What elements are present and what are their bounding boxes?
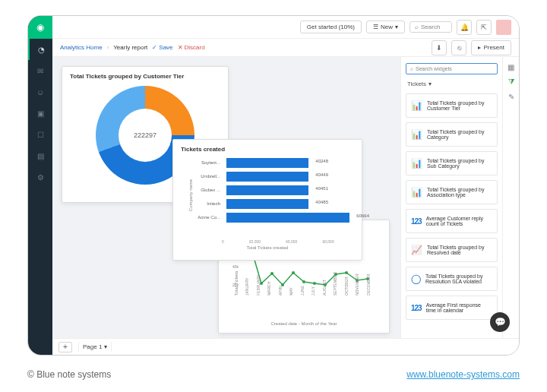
widget-item[interactable]: 📊Total Tickets grouped by Association ty… (406, 180, 498, 204)
present-button[interactable]: ▸ Present (471, 40, 511, 55)
ring-chart-icon: ◯ (411, 273, 421, 284)
bar-title: Tickets created (173, 140, 362, 156)
widget-item[interactable]: 📊Total Tickets grouped by Category (406, 122, 498, 147)
app-frame: ◉ ◔ ✉ ☺ ▣ ☐ ▤ ⚙ Get started (10%) ☰ New … (27, 15, 520, 356)
style-icon[interactable]: ✎ (508, 93, 514, 101)
dashboard-icon[interactable]: ◔ (28, 39, 52, 60)
line-chart-icon: 📈 (411, 245, 422, 255)
bar-chart-icon: 📊 (411, 100, 422, 111)
open-icon[interactable]: ⇱ (476, 20, 492, 35)
top-bar: Get started (10%) ☰ New ▾ ⌕Search 🔔 ⇱ (52, 16, 519, 39)
new-button[interactable]: ☰ New ▾ (366, 21, 405, 33)
widget-item[interactable]: ◯Total Tickets grouped by Resolution SLA… (406, 267, 498, 291)
svg-point-5 (270, 272, 274, 275)
share-icon[interactable]: ⎋ (451, 40, 466, 55)
chevron-down-icon: ▾ (104, 343, 107, 350)
number-icon: 123 (411, 304, 422, 312)
breadcrumb-current: Yearly report (113, 44, 147, 51)
svg-point-8 (302, 280, 305, 283)
widget-item[interactable]: 📊Total Tickets grouped by Customer Tier (406, 93, 498, 118)
contacts-icon[interactable]: ☺ (28, 81, 52, 103)
number-icon: 123 (411, 217, 422, 226)
widget-search[interactable]: ⌕Search widgets (406, 63, 498, 74)
site-link[interactable]: www.bluenote-systems.com (406, 369, 520, 380)
page-tab-1[interactable]: Page 1 ▾ (78, 342, 112, 352)
widget-panel: ⌕Search widgets Tickets ▾ 📊Total Tickets… (400, 57, 519, 338)
grid-icon[interactable]: ▤ (28, 145, 52, 166)
search-icon: ⌕ (415, 24, 419, 30)
bar-chart: Soylent...40248 Umbrell...40449 Globex .… (173, 156, 362, 239)
svg-point-9 (313, 282, 316, 285)
widget-item[interactable]: 📈Total Tickets grouped by Resolved date (406, 238, 498, 262)
bag-icon[interactable]: ☐ (28, 124, 52, 145)
svg-text:40k: 40k (232, 264, 239, 269)
donut-title: Total Tickets grouped by Customer Tier (62, 67, 228, 83)
widget-item[interactable]: 123Average First response time in calend… (406, 296, 498, 320)
book-icon[interactable]: ▣ (28, 103, 52, 124)
line-xticks: JANUARYFEBRUARYMARCH APRILMAYJUNE JULYAU… (219, 296, 389, 311)
layout-icon[interactable]: ▦ (507, 63, 514, 71)
bell-icon[interactable]: 🔔 (457, 20, 472, 35)
search-icon: ⌕ (410, 66, 413, 71)
bar-ylabel: Company name (188, 179, 193, 211)
chat-fab[interactable]: 💬 (490, 312, 510, 332)
widget-category[interactable]: Tickets ▾ (406, 79, 498, 89)
panel-tools: ▦ ⧩ ✎ (502, 57, 519, 338)
user-avatar[interactable] (496, 20, 511, 35)
left-sidebar: ◉ ◔ ✉ ☺ ▣ ☐ ▤ ⚙ (28, 16, 52, 356)
save-button[interactable]: ✓ Save (152, 44, 172, 51)
mail-icon[interactable]: ✉ (28, 60, 52, 81)
breadcrumb-bar: Analytics Home › Yearly report ✓ Save ✕ … (52, 39, 519, 57)
chevron-down-icon: ▾ (428, 81, 432, 87)
copyright: © Blue note systems (27, 369, 111, 380)
bar-chart-icon: 📊 (411, 129, 422, 140)
breadcrumb-home[interactable]: Analytics Home (60, 44, 103, 51)
bar-chart-icon: 📊 (411, 158, 422, 169)
page-tabs: + Page 1 ▾ (52, 338, 519, 355)
svg-point-7 (292, 271, 295, 274)
filter-icon[interactable]: ⧩ (508, 77, 514, 87)
download-icon[interactable]: ⬇ (432, 40, 447, 55)
chevron-icon: › (107, 44, 109, 51)
svg-point-12 (345, 271, 348, 274)
brand-logo[interactable]: ◉ (28, 16, 52, 39)
widget-item[interactable]: 123Average Customer reply count of Ticke… (406, 209, 498, 233)
bar-chart-card[interactable]: Tickets created Company name Soylent...4… (172, 139, 362, 261)
bar-chart-icon: 📊 (411, 187, 422, 198)
report-canvas[interactable]: Total Tickets grouped by Customer Tier T… (52, 57, 400, 338)
settings-icon[interactable]: ⚙ (28, 166, 52, 188)
add-page-button[interactable]: + (58, 342, 72, 352)
get-started-button[interactable]: Get started (10%) (300, 21, 362, 33)
widget-item[interactable]: 📊Total Tickets grouped by Sub Category (406, 151, 498, 175)
discard-button[interactable]: ✕ Discard (178, 44, 205, 51)
global-search[interactable]: ⌕Search (409, 21, 452, 33)
